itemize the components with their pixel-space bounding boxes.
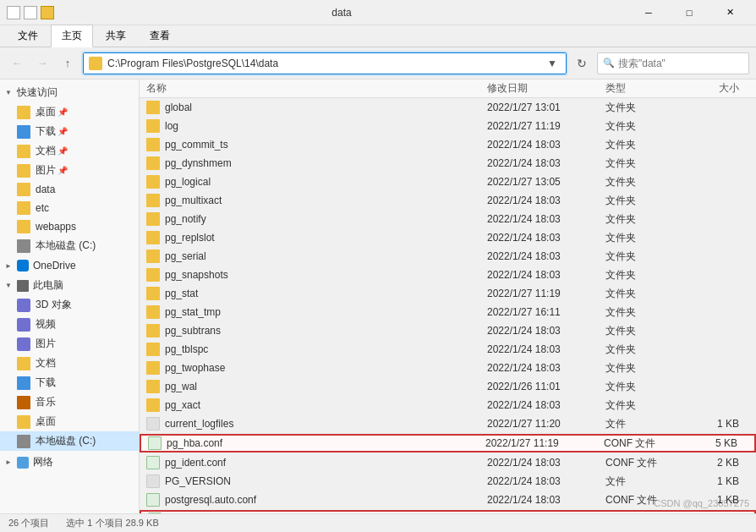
forward-button[interactable]: → xyxy=(32,53,52,74)
sidebar-item-desktop[interactable]: 桌面 📌 xyxy=(0,102,139,122)
file-date: 2022/1/24 18:03 xyxy=(487,457,605,469)
table-row[interactable]: pg_replslot 2022/1/24 18:03 文件夹 xyxy=(140,228,756,247)
file-type: 文件夹 xyxy=(605,119,690,134)
this-pc-arrow: ▼ xyxy=(5,282,14,289)
table-row[interactable]: pg_stat_tmp 2022/1/27 16:11 文件夹 xyxy=(140,303,756,321)
pictures2-icon xyxy=(17,337,30,351)
table-row[interactable]: pg_notify 2022/1/24 18:03 文件夹 xyxy=(140,210,756,228)
file-icon xyxy=(146,231,160,244)
col-header-date[interactable]: 修改日期 xyxy=(487,81,605,96)
file-date: 2022/1/26 11:01 xyxy=(487,381,605,392)
table-row[interactable]: pg_subtrans 2022/1/24 18:03 文件夹 xyxy=(140,321,756,340)
table-row[interactable]: pg_xact 2022/1/24 18:03 文件夹 xyxy=(140,396,756,414)
sidebar-header-onedrive[interactable]: ► OneDrive xyxy=(0,257,139,274)
sidebar-header-network[interactable]: ► 网络 xyxy=(0,452,139,472)
sidebar-header-quick-access[interactable]: ▼ 快速访问 xyxy=(0,83,139,102)
file-size: 1 KB xyxy=(690,494,749,506)
address-bar[interactable]: C:\Program Files\PostgreSQL\14\data ▼ xyxy=(83,52,567,74)
sidebar-section-this-pc: ▼ 此电脑 3D 对象 视频 图片 文档 下载 xyxy=(0,276,139,451)
table-row[interactable]: pg_logical 2022/1/27 13:05 文件夹 xyxy=(140,173,756,191)
file-date: 2022/1/27 11:19 xyxy=(487,288,605,299)
table-row[interactable]: global 2022/1/27 13:01 文件夹 xyxy=(140,98,756,117)
file-date: 2022/1/27 13:01 xyxy=(487,101,605,113)
nav-bar: ← → ↑ C:\Program Files\PostgreSQL\14\dat… xyxy=(0,47,756,80)
file-type: 文件夹 xyxy=(605,175,690,189)
tab-file[interactable]: 文件 xyxy=(7,25,49,47)
search-bar[interactable]: 🔍 xyxy=(597,52,749,74)
window-title: data xyxy=(54,7,629,19)
sidebar-item-downloads[interactable]: 下载 📌 xyxy=(0,122,139,141)
table-row[interactable]: pg_wal 2022/1/26 11:01 文件夹 xyxy=(140,377,756,396)
sidebar-item-documents2[interactable]: 文档 xyxy=(0,354,139,373)
sidebar-item-etc[interactable]: etc xyxy=(0,199,139,217)
table-row[interactable]: pg_ident.conf 2022/1/24 18:03 CONF 文件 2 … xyxy=(140,453,756,472)
table-row[interactable]: pg_tblspc 2022/1/24 18:03 文件夹 xyxy=(140,340,756,359)
file-header: 名称 修改日期 类型 大小 xyxy=(140,80,756,98)
sidebar-item-local-disk[interactable]: 本地磁盘 (C:) xyxy=(0,236,139,255)
col-header-name[interactable]: 名称 xyxy=(146,81,487,96)
up-button[interactable]: ↑ xyxy=(58,53,78,74)
table-row[interactable]: postgresql.auto.conf 2022/1/24 18:03 CON… xyxy=(140,491,756,509)
table-row[interactable]: pg_commit_ts 2022/1/24 18:03 文件夹 xyxy=(140,135,756,154)
table-row[interactable]: postgresql.conf 2022/1/27 11:19 CONF 文件 … xyxy=(140,510,756,513)
tab-view[interactable]: 查看 xyxy=(139,25,181,47)
tab-home[interactable]: 主页 xyxy=(51,25,93,47)
sidebar-header-this-pc[interactable]: ▼ 此电脑 xyxy=(0,276,139,295)
documents2-icon xyxy=(17,357,30,370)
sidebar-item-documents[interactable]: 文档 📌 xyxy=(0,141,139,161)
local-disk2-icon xyxy=(17,435,30,448)
table-row[interactable]: pg_serial 2022/1/24 18:03 文件夹 xyxy=(140,247,756,266)
sidebar-item-pictures[interactable]: 图片 📌 xyxy=(0,161,139,180)
address-dropdown-icon[interactable]: ▼ xyxy=(544,58,561,69)
file-icon xyxy=(146,101,160,114)
maximize-button[interactable]: □ xyxy=(670,0,709,25)
pin-icon-documents: 📌 xyxy=(58,146,68,156)
minimize-button[interactable]: ─ xyxy=(629,0,668,25)
file-type: 文件夹 xyxy=(605,194,690,208)
file-type: 文件夹 xyxy=(605,343,690,357)
file-list: global 2022/1/27 13:01 文件夹 log 2022/1/27… xyxy=(140,98,756,513)
col-header-type[interactable]: 类型 xyxy=(605,81,690,96)
file-icon xyxy=(146,156,160,170)
file-icon xyxy=(146,361,160,375)
file-name: pg_stat_tmp xyxy=(165,306,221,318)
table-row[interactable]: log 2022/1/27 11:19 文件夹 xyxy=(140,117,756,135)
sidebar-item-3d[interactable]: 3D 对象 xyxy=(0,295,139,315)
sidebar-section-quick-access: ▼ 快速访问 桌面 📌 下载 📌 文档 📌 图片 📌 xyxy=(0,83,139,255)
file-name: pg_logical xyxy=(165,176,211,188)
tab-share[interactable]: 共享 xyxy=(95,25,137,47)
table-row[interactable]: pg_dynshmem 2022/1/24 18:03 文件夹 xyxy=(140,154,756,173)
file-name: postgresql.auto.conf xyxy=(165,494,256,506)
file-name: pg_commit_ts xyxy=(165,139,228,151)
refresh-button[interactable]: ↻ xyxy=(572,53,592,74)
table-row[interactable]: PG_VERSION 2022/1/24 18:03 文件 1 KB xyxy=(140,472,756,491)
sidebar-item-desktop2[interactable]: 桌面 xyxy=(0,412,139,431)
table-row[interactable]: pg_hba.conf 2022/1/27 11:19 CONF 文件 5 KB xyxy=(140,434,756,452)
file-name: pg_notify xyxy=(165,213,206,225)
sidebar-item-webapps[interactable]: webapps xyxy=(0,217,139,236)
pin-icon-downloads: 📌 xyxy=(58,127,68,136)
search-input[interactable] xyxy=(618,58,745,69)
status-bar: 26 个项目 选中 1 个项目 28.9 KB xyxy=(0,513,756,532)
close-button[interactable]: ✕ xyxy=(710,0,749,25)
table-row[interactable]: pg_snapshots 2022/1/24 18:03 文件夹 xyxy=(140,266,756,284)
table-row[interactable]: current_logfiles 2022/1/27 11:20 文件 1 KB xyxy=(140,414,756,433)
back-button[interactable]: ← xyxy=(7,53,27,74)
file-type: 文件夹 xyxy=(605,212,690,227)
file-icon xyxy=(146,493,160,507)
sidebar-item-data[interactable]: data xyxy=(0,180,139,199)
sidebar-item-video[interactable]: 视频 xyxy=(0,315,139,334)
sidebar-item-documents2-label: 文档 xyxy=(36,356,56,370)
sidebar-section-onedrive: ► OneDrive xyxy=(0,257,139,274)
sidebar-item-pictures2[interactable]: 图片 xyxy=(0,334,139,354)
sidebar-item-downloads2[interactable]: 下载 xyxy=(0,373,139,392)
sidebar-item-music[interactable]: 音乐 xyxy=(0,392,139,412)
file-name: current_logfiles xyxy=(165,418,233,430)
sidebar-item-local-disk2[interactable]: 本地磁盘 (C:) xyxy=(0,431,139,451)
file-date: 2022/1/24 18:03 xyxy=(487,325,605,337)
table-row[interactable]: pg_multixact 2022/1/24 18:03 文件夹 xyxy=(140,191,756,210)
table-row[interactable]: pg_twophase 2022/1/24 18:03 文件夹 xyxy=(140,359,756,377)
table-row[interactable]: pg_stat 2022/1/27 11:19 文件夹 xyxy=(140,284,756,303)
col-header-size[interactable]: 大小 xyxy=(690,81,749,96)
file-date: 2022/1/24 18:03 xyxy=(487,399,605,411)
